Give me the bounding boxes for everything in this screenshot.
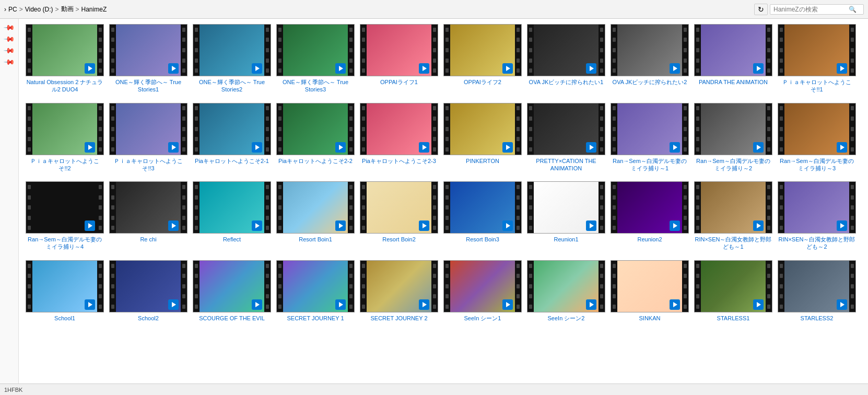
breadcrumb-drive[interactable]: Video (D:) — [25, 6, 53, 13]
play-button[interactable] — [168, 220, 179, 231]
grid-item[interactable]: Reunion2 — [610, 181, 689, 251]
play-button[interactable] — [335, 220, 346, 231]
play-button[interactable] — [753, 63, 764, 74]
search-input[interactable] — [773, 6, 847, 13]
grid-item[interactable]: PRETTY×CATION THE ANIMATION — [526, 103, 606, 172]
grid-item[interactable]: Ｐｉａキャロットへようこそ!!2 — [25, 103, 104, 172]
play-button[interactable] — [252, 220, 262, 231]
play-button[interactable] — [419, 142, 429, 153]
play-button[interactable] — [502, 220, 513, 231]
play-button[interactable] — [85, 220, 95, 231]
play-button[interactable] — [670, 299, 680, 310]
play-button[interactable] — [586, 63, 596, 74]
grid-item[interactable]: SECRET JOURNEY 2 — [359, 260, 439, 322]
play-button[interactable] — [502, 142, 513, 153]
breadcrumb-pc[interactable]: PC — [8, 6, 17, 13]
play-button[interactable] — [85, 299, 95, 310]
grid-item[interactable]: Ran→Sem～白濁デルモ妻のミイラ捕り～1 — [610, 103, 689, 172]
item-label: Resort Boin1 — [299, 236, 332, 243]
grid-item[interactable]: STARLESS2 — [777, 260, 857, 322]
play-button[interactable] — [837, 142, 847, 153]
grid-item[interactable]: STARLESS1 — [694, 260, 773, 322]
play-button[interactable] — [586, 142, 596, 153]
grid-item[interactable]: Ran→Sem～白濁デルモ妻のミイラ捕り～3 — [777, 103, 857, 172]
play-button[interactable] — [419, 299, 429, 310]
item-label: Ｐｉａキャロットへようこそ!!2 — [26, 157, 104, 172]
play-button[interactable] — [753, 299, 764, 310]
play-button[interactable] — [502, 299, 513, 310]
grid-item[interactable]: SECRET JOURNEY 1 — [276, 260, 355, 322]
grid-item[interactable]: Resort Boin1 — [276, 181, 355, 251]
play-button[interactable] — [670, 220, 680, 231]
thumbnail-wrap — [360, 103, 438, 155]
play-button[interactable] — [837, 220, 847, 231]
grid-item[interactable]: Piaキャロットへようこそ2-2 — [276, 103, 355, 172]
grid-item[interactable]: Piaキャロットへようこそ2-1 — [192, 103, 272, 172]
play-button[interactable] — [252, 142, 262, 153]
play-button[interactable] — [168, 142, 179, 153]
film-holes-left — [444, 182, 450, 233]
play-button[interactable] — [419, 63, 429, 74]
grid-item[interactable]: OPPAIライフ1 — [359, 24, 439, 94]
play-button[interactable] — [85, 142, 95, 153]
pin-icon-4[interactable]: 📌 — [3, 55, 15, 67]
pin-icon-3[interactable]: 📌 — [3, 44, 15, 56]
grid-item[interactable]: Reunion1 — [526, 181, 606, 251]
breadcrumb-folder2[interactable]: HanimeZ — [81, 6, 107, 13]
search-box[interactable]: 🔍 — [770, 4, 864, 15]
play-button[interactable] — [586, 299, 596, 310]
play-button[interactable] — [168, 63, 179, 74]
grid-item[interactable]: ONE～輝く季節へ～ True Stories1 — [109, 24, 188, 94]
grid-item[interactable]: SeeIn シーン1 — [443, 260, 522, 322]
play-button[interactable] — [419, 220, 429, 231]
play-button[interactable] — [670, 63, 680, 74]
grid-item[interactable]: School2 — [109, 260, 188, 322]
grid-item[interactable]: Resort Boin2 — [359, 181, 439, 251]
grid-item[interactable]: ONE～輝く季節へ～ True Stories3 — [276, 24, 355, 94]
play-button[interactable] — [335, 299, 346, 310]
play-button[interactable] — [85, 63, 95, 74]
grid-item[interactable]: PINKERTON — [443, 103, 522, 172]
play-button[interactable] — [586, 220, 596, 231]
play-button[interactable] — [335, 63, 346, 74]
breadcrumb-folder1[interactable]: 動画 — [61, 5, 74, 14]
play-button[interactable] — [502, 63, 513, 74]
grid-item[interactable]: RIN×SEN～白濁女教師と野郎ども～2 — [777, 181, 857, 251]
play-button[interactable] — [252, 63, 262, 74]
thumbnail-wrap — [527, 181, 605, 234]
grid-item[interactable]: Ｐｉａキャロットへようこそ!!1 — [777, 24, 857, 94]
grid-item[interactable]: OPPAIライフ2 — [443, 24, 522, 94]
grid-item[interactable]: ONE～輝く季節へ～ True Stories2 — [192, 24, 272, 94]
grid-item[interactable]: Ｐｉａキャロットへようこそ!!3 — [109, 103, 188, 172]
grid-item[interactable]: Reflect — [192, 181, 272, 251]
item-label: Reunion2 — [637, 236, 662, 243]
thumbnail-wrap — [360, 181, 438, 234]
grid-item[interactable]: RIN×SEN～白濁女教師と野郎ども～1 — [694, 181, 773, 251]
play-button[interactable] — [670, 142, 680, 153]
play-button[interactable] — [335, 142, 346, 153]
play-button[interactable] — [837, 63, 847, 74]
pin-icon-1[interactable]: 📌 — [3, 21, 15, 33]
film-holes-right — [348, 261, 354, 312]
grid-item[interactable]: PANDRA THE ANIMATION — [694, 24, 773, 94]
item-label: RIN×SEN～白濁女教師と野郎ども～2 — [778, 236, 856, 251]
grid-item[interactable]: Re chi — [109, 181, 188, 251]
pin-icon-2[interactable]: 📌 — [3, 32, 15, 44]
grid-item[interactable]: OVA JKビッチに搾られたい1 — [526, 24, 606, 94]
play-button[interactable] — [837, 299, 847, 310]
refresh-button[interactable]: ↻ — [754, 4, 768, 15]
grid-item[interactable]: Piaキャロットへようこそ2-3 — [359, 103, 439, 172]
play-button[interactable] — [168, 299, 179, 310]
grid-item[interactable]: School1 — [25, 260, 104, 322]
grid-item[interactable]: SeeIn シーン2 — [526, 260, 606, 322]
grid-item[interactable]: OVA JKビッチに搾られたい2 — [610, 24, 689, 94]
play-button[interactable] — [753, 142, 764, 153]
grid-item[interactable]: SCOURGE OF THE EVIL — [192, 260, 272, 322]
grid-item[interactable]: Natural Obsession 2 ナチュラル2 DUO4 — [25, 24, 104, 94]
grid-item[interactable]: SINKAN — [610, 260, 689, 322]
grid-item[interactable]: Resort Boin3 — [443, 181, 522, 251]
grid-item[interactable]: Ran→Sem～白濁デルモ妻のミイラ捕り～4 — [25, 181, 104, 251]
grid-item[interactable]: Ran→Sem～白濁デルモ妻のミイラ捕り～2 — [694, 103, 773, 172]
play-button[interactable] — [252, 299, 262, 310]
play-button[interactable] — [753, 220, 764, 231]
